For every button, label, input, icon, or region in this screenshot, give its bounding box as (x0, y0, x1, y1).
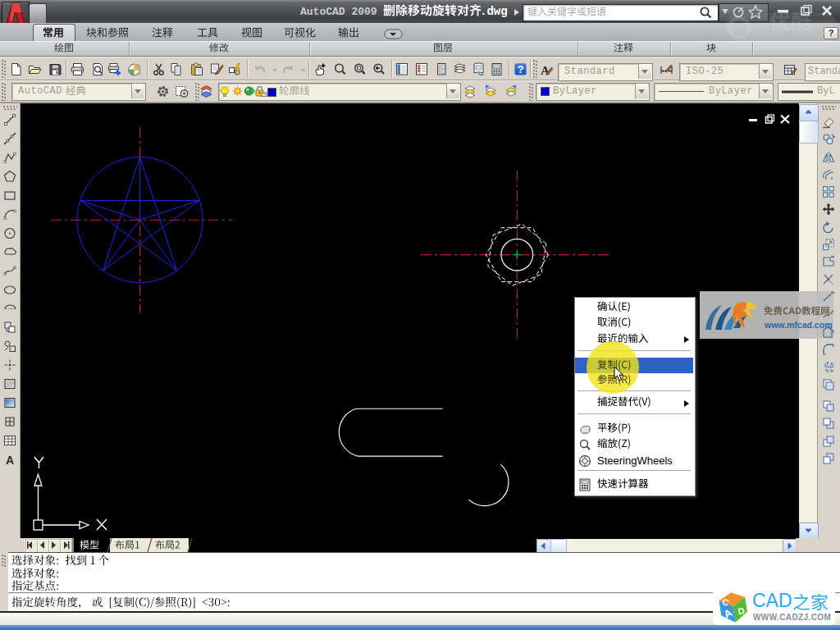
svg-text:A: A (6, 454, 14, 467)
svg-text:?: ? (518, 64, 524, 75)
svg-text:A: A (541, 64, 550, 77)
